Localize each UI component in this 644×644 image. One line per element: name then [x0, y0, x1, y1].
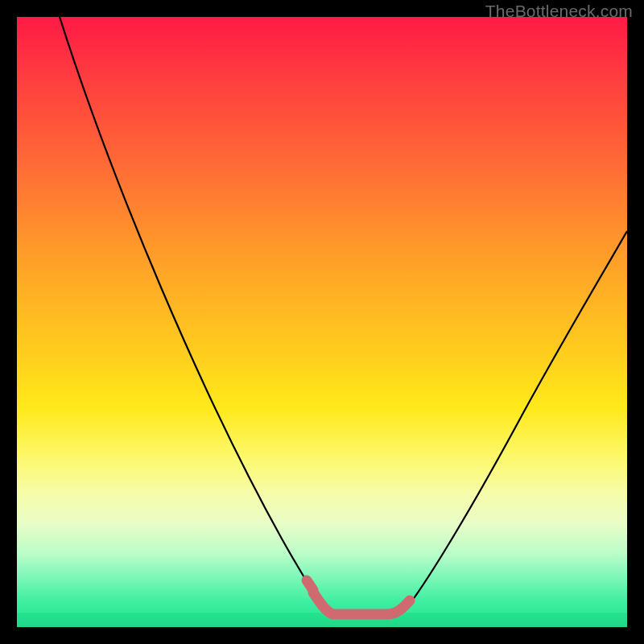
bottom-marker — [313, 592, 410, 614]
left-marker-dot — [307, 580, 313, 590]
left-curve — [60, 17, 323, 606]
chart-curves-svg — [17, 17, 627, 627]
right-curve — [408, 231, 627, 606]
chart-plot-area — [17, 17, 627, 627]
